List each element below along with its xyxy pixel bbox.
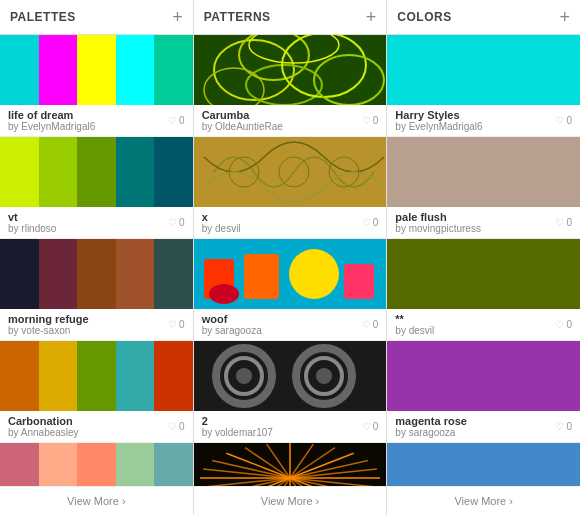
- likes-count: 0: [566, 217, 572, 228]
- list-item[interactable]: woofby saragooza♡0: [194, 239, 387, 341]
- palette-color-swatch: [39, 443, 78, 486]
- item-meta: pale flushby movingpicturess: [395, 211, 555, 234]
- heart-icon: ♡: [362, 421, 371, 432]
- list-item[interactable]: vtby rlindoso♡0: [0, 137, 193, 239]
- item-likes: ♡0: [168, 421, 185, 432]
- column-palettes: PALETTES+life of dreamby EvelynMadrigal6…: [0, 0, 194, 515]
- palettes-items: life of dreamby EvelynMadrigal6♡0vtby rl…: [0, 35, 193, 486]
- list-item[interactable]: No Church inthe Wildby AltairAlloy♡0: [194, 443, 387, 486]
- pattern-image: [194, 137, 387, 207]
- svg-point-15: [289, 249, 339, 299]
- palettes-view-more[interactable]: View More ›: [0, 486, 193, 515]
- list-item[interactable]: Carumbaby OldeAuntieRae♡0: [194, 35, 387, 137]
- item-author: by Annabeasley: [8, 427, 168, 438]
- colors-add-button[interactable]: +: [560, 8, 571, 26]
- heart-icon: ♡: [555, 319, 564, 330]
- item-name: life of dream: [8, 109, 168, 121]
- palette-color-swatch: [154, 443, 193, 486]
- patterns-items: Carumbaby OldeAuntieRae♡0 xby desvil♡0 w…: [194, 35, 387, 486]
- item-meta: magenta roseby saragooza: [395, 415, 555, 438]
- item-author: by desvil: [395, 325, 555, 336]
- item-name: morning refuge: [8, 313, 168, 325]
- palette-color-swatch: [77, 341, 116, 411]
- svg-point-21: [236, 368, 252, 384]
- item-meta: morning refugeby vote-saxon: [8, 313, 168, 336]
- palette-color-swatch: [0, 341, 39, 411]
- color-swatch: [387, 341, 580, 411]
- colors-header: COLORS+: [387, 0, 580, 35]
- heart-icon: ♡: [362, 217, 371, 228]
- colors-view-more[interactable]: View More ›: [387, 486, 580, 515]
- item-meta: Harry Stylesby EvelynMadrigal6: [395, 109, 555, 132]
- likes-count: 0: [566, 115, 572, 126]
- list-item[interactable]: pale flushby movingpicturess♡0: [387, 137, 580, 239]
- item-name: Harry Styles: [395, 109, 555, 121]
- list-item[interactable]: xby desvil♡0: [194, 137, 387, 239]
- likes-count: 0: [373, 319, 379, 330]
- palette-color-swatch: [116, 137, 155, 207]
- list-item[interactable]: Harry Stylesby EvelynMadrigal6♡0: [387, 35, 580, 137]
- item-name: **: [395, 313, 555, 325]
- item-likes: ♡0: [362, 217, 379, 228]
- item-author: by EvelynMadrigal6: [8, 121, 168, 132]
- item-likes: ♡0: [555, 115, 572, 126]
- palette-color-swatch: [116, 35, 155, 105]
- list-item[interactable]: life of dreamby EvelynMadrigal6♡0: [0, 35, 193, 137]
- item-info: vtby rlindoso♡0: [0, 207, 193, 238]
- svg-point-17: [209, 284, 239, 304]
- item-info: pale flushby movingpicturess♡0: [387, 207, 580, 238]
- item-author: by OldeAuntieRae: [202, 121, 362, 132]
- palette-color-swatch: [77, 239, 116, 309]
- heart-icon: ♡: [168, 421, 177, 432]
- item-info: woofby saragooza♡0: [194, 309, 387, 340]
- palette-color-swatch: [0, 137, 39, 207]
- item-preview: [194, 443, 387, 486]
- list-item[interactable]: ggrvhgby tylee♡0: [0, 443, 193, 486]
- column-colors: COLORS+Harry Stylesby EvelynMadrigal6♡0p…: [387, 0, 580, 515]
- palette-color-swatch: [0, 35, 39, 105]
- heart-icon: ♡: [362, 319, 371, 330]
- palette-color-swatch: [116, 341, 155, 411]
- list-item[interactable]: Carbonationby Annabeasley♡0: [0, 341, 193, 443]
- list-item[interactable]: 2by voldemar107♡0: [194, 341, 387, 443]
- pattern-image: [194, 35, 387, 105]
- item-preview: [194, 341, 387, 411]
- item-name: Carbonation: [8, 415, 168, 427]
- item-meta: xby desvil: [202, 211, 362, 234]
- palette-color-swatch: [116, 443, 155, 486]
- list-item[interactable]: **by desvil♡0: [387, 239, 580, 341]
- item-meta: life of dreamby EvelynMadrigal6: [8, 109, 168, 132]
- heart-icon: ♡: [168, 115, 177, 126]
- heart-icon: ♡: [555, 115, 564, 126]
- palettes-add-button[interactable]: +: [172, 8, 183, 26]
- item-preview: [387, 35, 580, 105]
- patterns-view-more[interactable]: View More ›: [194, 486, 387, 515]
- palette-color-swatch: [77, 137, 116, 207]
- item-info: morning refugeby vote-saxon♡0: [0, 309, 193, 340]
- heart-icon: ♡: [555, 217, 564, 228]
- item-preview: [387, 137, 580, 207]
- palettes-header: PALETTES+: [0, 0, 193, 35]
- list-item[interactable]: blumarineby voldemar107♡0: [387, 443, 580, 486]
- list-item[interactable]: morning refugeby vote-saxon♡0: [0, 239, 193, 341]
- item-author: by voldemar107: [202, 427, 362, 438]
- item-author: by rlindoso: [8, 223, 168, 234]
- svg-rect-14: [244, 254, 279, 299]
- main-columns: PALETTES+life of dreamby EvelynMadrigal6…: [0, 0, 580, 515]
- colors-items: Harry Stylesby EvelynMadrigal6♡0pale flu…: [387, 35, 580, 486]
- color-swatch: [387, 35, 580, 105]
- likes-count: 0: [373, 217, 379, 228]
- item-name: vt: [8, 211, 168, 223]
- heart-icon: ♡: [555, 421, 564, 432]
- patterns-add-button[interactable]: +: [366, 8, 377, 26]
- item-likes: ♡0: [362, 115, 379, 126]
- item-likes: ♡0: [168, 319, 185, 330]
- column-patterns: PATTERNS+ Carumbaby OldeAuntieRae♡0 xby …: [194, 0, 388, 515]
- item-name: woof: [202, 313, 362, 325]
- list-item[interactable]: magenta roseby saragooza♡0: [387, 341, 580, 443]
- item-likes: ♡0: [555, 319, 572, 330]
- item-preview: [0, 443, 193, 486]
- item-author: by desvil: [202, 223, 362, 234]
- likes-count: 0: [373, 115, 379, 126]
- palette-color-swatch: [0, 239, 39, 309]
